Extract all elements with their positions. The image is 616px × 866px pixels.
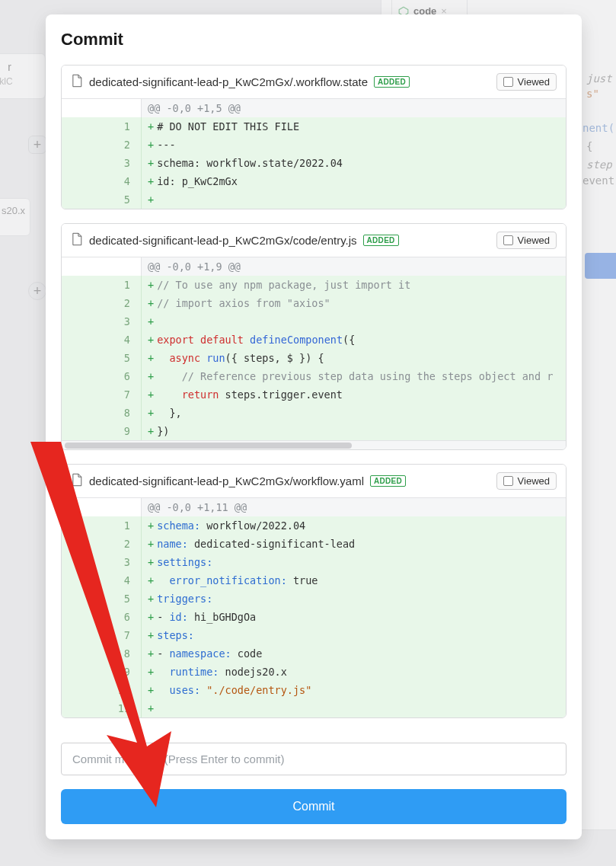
line-content: +id: p_KwC2mGx <box>142 172 566 190</box>
diff-line: 6+ // Reference previous step data using… <box>62 367 566 385</box>
viewed-toggle[interactable]: Viewed <box>496 73 557 91</box>
status-badge: ADDED <box>374 76 410 88</box>
line-number: 2 <box>62 535 142 553</box>
line-number: 2 <box>62 294 142 312</box>
diff-line: 3+settings: <box>62 553 566 571</box>
line-number: 4 <box>62 331 142 349</box>
status-badge: ADDED <box>370 475 406 487</box>
line-number: 7 <box>62 626 142 644</box>
line-number: 10 <box>62 681 142 699</box>
line-content: +// import axios from "axios" <box>142 294 566 312</box>
line-number: 4 <box>62 571 142 590</box>
diff-files-list: dedicated-significant-lead-p_KwC2mGx/.wo… <box>61 65 567 735</box>
line-number: 11 <box>62 699 142 717</box>
diff-line: 3+ <box>62 312 566 331</box>
diff-hunk-header: @@ -0,0 +1,9 @@ <box>142 257 566 276</box>
diff-hunk-header: @@ -0,0 +1,5 @@ <box>142 99 566 117</box>
file-icon <box>71 473 83 490</box>
diff-line: 5+ <box>62 190 566 209</box>
file-path: dedicated-significant-lead-p_KwC2mGx/.wo… <box>89 75 368 88</box>
checkbox-icon[interactable] <box>503 77 513 87</box>
diff-file: dedicated-significant-lead-p_KwC2mGx/cod… <box>61 223 567 450</box>
diff-line: 2+--- <box>62 136 566 154</box>
diff-file: dedicated-significant-lead-p_KwC2mGx/wor… <box>61 464 567 718</box>
line-content: + error_notification: true <box>142 571 566 590</box>
diff-line: 10+ uses: "./code/entry.js" <box>62 681 566 699</box>
diff-line: 9+ runtime: nodejs20.x <box>62 663 566 681</box>
commit-button[interactable]: Commit <box>61 789 567 824</box>
diff-line: 9+}) <box>62 422 566 440</box>
file-path: dedicated-significant-lead-p_KwC2mGx/wor… <box>89 475 364 487</box>
line-number: 3 <box>62 154 142 172</box>
diff-line: 4+ error_notification: true <box>62 571 566 590</box>
horizontal-scrollbar[interactable] <box>62 440 566 449</box>
diff-line: 1+# DO NOT EDIT THIS FILE <box>62 117 566 136</box>
diff-line: 7+steps: <box>62 626 566 644</box>
line-number: 8 <box>62 644 142 663</box>
line-content: + // Reference previous step data using … <box>142 367 566 385</box>
line-number: 1 <box>62 117 142 136</box>
diff-line: 5+triggers: <box>62 590 566 608</box>
line-number: 2 <box>62 136 142 154</box>
diff-line: 1+// To use any npm package, just import… <box>62 276 566 294</box>
status-badge: ADDED <box>363 235 399 246</box>
line-content: +export default defineComponent({ <box>142 331 566 349</box>
line-content: +// To use any npm package, just import … <box>142 276 566 294</box>
line-content: + return steps.trigger.event <box>142 385 566 404</box>
line-number: 1 <box>62 276 142 294</box>
line-content: +steps: <box>142 626 566 644</box>
line-number: 6 <box>62 367 142 385</box>
line-number: 5 <box>62 590 142 608</box>
line-content: + <box>142 699 566 717</box>
file-path: dedicated-significant-lead-p_KwC2mGx/cod… <box>89 234 357 247</box>
line-content: + <box>142 190 566 209</box>
viewed-toggle[interactable]: Viewed <box>496 232 557 249</box>
viewed-label: Viewed <box>518 235 550 246</box>
diff-file-header[interactable]: dedicated-significant-lead-p_KwC2mGx/.wo… <box>62 66 566 98</box>
line-number: 9 <box>62 422 142 440</box>
line-content: +--- <box>142 136 566 154</box>
line-number: 3 <box>62 312 142 331</box>
line-number: 6 <box>62 608 142 626</box>
diff-file-header[interactable]: dedicated-significant-lead-p_KwC2mGx/cod… <box>62 224 566 257</box>
line-content: +- namespace: code <box>142 644 566 663</box>
line-content: +- id: hi_bGHDgOa <box>142 608 566 626</box>
diff-content: @@ -0,0 +1,5 @@1+# DO NOT EDIT THIS FILE… <box>62 98 566 209</box>
line-content: +schema: workflow.state/2022.04 <box>142 154 566 172</box>
viewed-label: Viewed <box>518 76 550 88</box>
diff-line: 4+export default defineComponent({ <box>62 331 566 349</box>
diff-line: 8+ }, <box>62 404 566 422</box>
viewed-label: Viewed <box>518 475 550 487</box>
line-number: 8 <box>62 404 142 422</box>
line-content: +schema: workflow/2022.04 <box>142 516 566 535</box>
diff-line: 7+ return steps.trigger.event <box>62 385 566 404</box>
viewed-toggle[interactable]: Viewed <box>496 472 557 490</box>
line-content: + runtime: nodejs20.x <box>142 663 566 681</box>
line-number: 5 <box>62 349 142 367</box>
line-number: 5 <box>62 190 142 209</box>
line-content: +name: dedicated-significant-lead <box>142 535 566 553</box>
checkbox-icon[interactable] <box>503 476 513 486</box>
diff-file-header[interactable]: dedicated-significant-lead-p_KwC2mGx/wor… <box>62 465 566 497</box>
line-number: 3 <box>62 553 142 571</box>
modal-title: Commit <box>61 30 567 50</box>
diff-content: @@ -0,0 +1,11 @@1+schema: workflow/2022.… <box>62 497 566 717</box>
checkbox-icon[interactable] <box>503 235 513 245</box>
commit-message-input[interactable] <box>61 743 567 775</box>
diff-file: dedicated-significant-lead-p_KwC2mGx/.wo… <box>61 65 567 209</box>
diff-line: 11+ <box>62 699 566 717</box>
line-content: + uses: "./code/entry.js" <box>142 681 566 699</box>
diff-line: 4+id: p_KwC2mGx <box>62 172 566 190</box>
commit-modal: Commit dedicated-significant-lead-p_KwC2… <box>46 14 582 839</box>
diff-content: @@ -0,0 +1,9 @@1+// To use any npm packa… <box>62 257 566 440</box>
line-content: +settings: <box>142 553 566 571</box>
diff-line: 3+schema: workflow.state/2022.04 <box>62 154 566 172</box>
line-number: 4 <box>62 172 142 190</box>
line-content: +# DO NOT EDIT THIS FILE <box>142 117 566 136</box>
diff-line: 1+schema: workflow/2022.04 <box>62 516 566 535</box>
line-content: + }, <box>142 404 566 422</box>
diff-hunk-header: @@ -0,0 +1,11 @@ <box>142 498 566 516</box>
line-number: 7 <box>62 385 142 404</box>
line-number: 1 <box>62 516 142 535</box>
file-icon <box>71 74 83 91</box>
